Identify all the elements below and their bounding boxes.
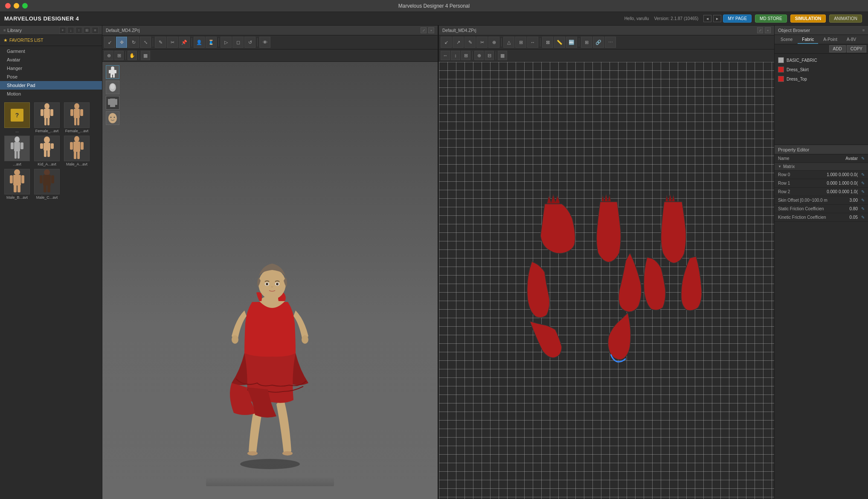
tool-2d-seam[interactable]: ⊕	[488, 37, 499, 48]
tool-select[interactable]: ↙	[104, 37, 115, 48]
property-editor: Property Editor Name Avatar ✎ ▼ Matrix R…	[775, 145, 868, 499]
library-icon-4[interactable]: ⊞	[84, 27, 90, 34]
obj-item-basic-fabric[interactable]: BASIC_FABRIC	[775, 55, 868, 65]
titlebar: Marvelous Designer 4 Personal	[0, 0, 868, 12]
tool-2d-extra-e[interactable]: ⊟	[485, 51, 494, 60]
thumb-male-b[interactable]: Male_B...avt	[3, 169, 31, 200]
viewport-3d-content[interactable]	[102, 62, 438, 499]
tool-move[interactable]: ✥	[116, 37, 127, 48]
simulation-button[interactable]: SIMULATION	[790, 15, 826, 23]
avatar-strip-head[interactable]	[106, 81, 119, 94]
tree-item-hanger[interactable]: Hanger	[0, 64, 102, 73]
tool-scale[interactable]: ⤡	[140, 37, 151, 48]
tree-item-shoulder-pad[interactable]: Shoulder Pad	[0, 81, 102, 90]
tab-scene[interactable]: Scene	[776, 36, 797, 44]
add-button[interactable]: ADD	[829, 45, 846, 52]
tool-2d-arrange[interactable]: ⊠	[542, 37, 553, 48]
library-icon-5[interactable]: ≡	[92, 27, 99, 34]
tree-item-avatar[interactable]: Avatar	[0, 55, 102, 64]
svg-rect-49	[113, 74, 115, 78]
tool-view[interactable]: 👁	[259, 37, 270, 48]
expand-2d-icon[interactable]: ⤢	[757, 27, 763, 33]
close-3d-icon[interactable]: ×	[428, 27, 434, 33]
tree-item-pose[interactable]: Pose	[0, 73, 102, 81]
minimize-button[interactable]	[14, 3, 19, 9]
edit-icon-kinetic-friction[interactable]: ✎	[861, 215, 865, 220]
library-icon-2[interactable]: ↓	[67, 27, 74, 34]
tool-2d-stitch[interactable]: ↔	[527, 37, 538, 48]
viewport-2d-content[interactable]	[439, 62, 774, 499]
close-2d-icon[interactable]: ×	[765, 27, 771, 33]
tool-reset[interactable]: ↺	[244, 37, 255, 48]
tab-fabric[interactable]: Fabric	[798, 36, 818, 44]
tool-2d-move[interactable]: ↗	[453, 37, 464, 48]
tool-2d-extra[interactable]: ⋯	[605, 37, 616, 48]
avatar-strip-torso[interactable]	[106, 96, 119, 110]
thumb-placeholder[interactable]: ? ...	[3, 102, 31, 133]
animation-button[interactable]: ANIMATION	[829, 15, 862, 23]
tool-2d-pattern[interactable]: △	[503, 37, 514, 48]
tree-item-motion[interactable]: Motion	[0, 90, 102, 98]
avatar-strip-full[interactable]	[106, 65, 119, 79]
svg-rect-43	[47, 185, 50, 192]
tab-a8v[interactable]: A-8V	[842, 36, 860, 44]
tool-2d-annotate[interactable]: 🔤	[566, 37, 577, 48]
tool-2d-mirror[interactable]: ⊞	[515, 37, 526, 48]
tool-2d-extra-b[interactable]: ↕	[451, 51, 460, 60]
thumb-male-a[interactable]: Male_A...avt	[63, 136, 90, 166]
tool-2d-extra-c[interactable]: ⊞	[461, 51, 470, 60]
tool-fabric[interactable]: 🧵	[206, 37, 217, 48]
edit-icon-row0[interactable]: ✎	[861, 172, 865, 177]
obj-item-dress-top[interactable]: Dress_Top	[775, 74, 868, 84]
expand-3d-icon[interactable]: ⤢	[421, 27, 427, 33]
edit-icon-name[interactable]: ✎	[861, 156, 865, 161]
expand-matrix-icon[interactable]: ▼	[778, 165, 781, 168]
tool-pin[interactable]: 📌	[179, 37, 190, 48]
edit-icon-static-friction[interactable]: ✎	[861, 206, 865, 211]
tool-2d-draw[interactable]: ✎	[464, 37, 476, 48]
tool-3d-extra-1[interactable]: ⊕	[104, 51, 113, 60]
thumb-avatar-plain[interactable]: ...avt	[3, 136, 31, 166]
thumb-male-c[interactable]: Male_C...avt	[33, 169, 61, 200]
svg-point-68	[276, 283, 279, 285]
tool-simulate[interactable]: ▷	[221, 37, 232, 48]
edit-icon-row2[interactable]: ✎	[861, 189, 865, 194]
thumb-kid-a[interactable]: Kid_A...avt	[33, 136, 61, 166]
my-page-button[interactable]: MY PAGE	[723, 15, 752, 23]
prev-button[interactable]: ◂	[703, 15, 711, 22]
obj-item-dress-skirt[interactable]: Dress_Skirt	[775, 65, 868, 74]
tool-2d-snap[interactable]: 🔗	[593, 37, 604, 48]
panel-collapse-icon[interactable]: ≡	[3, 28, 6, 32]
edit-icon-skin-offset[interactable]: ✎	[861, 198, 865, 203]
copy-button[interactable]: COPY	[847, 45, 866, 52]
tool-avatar[interactable]: 👤	[194, 37, 205, 48]
tool-2d-extra-a[interactable]: ↔	[441, 51, 450, 60]
md-store-button[interactable]: MD STORE	[755, 15, 787, 23]
thumb-female-1[interactable]: Female_...avt	[33, 102, 61, 133]
avatar-strip-face[interactable]	[106, 111, 119, 125]
tool-rotate[interactable]: ↻	[128, 37, 139, 48]
close-button[interactable]	[5, 3, 11, 9]
tool-2d-measure[interactable]: 📏	[554, 37, 565, 48]
svg-rect-30	[74, 151, 76, 159]
tool-2d-select[interactable]: ↙	[441, 37, 452, 48]
tool-3d-display[interactable]: ▦	[141, 51, 150, 60]
tool-cut[interactable]: ✂	[167, 37, 178, 48]
library-icon-3[interactable]: ↑	[75, 27, 82, 34]
tool-2d-cut[interactable]: ✂	[476, 37, 488, 48]
library-icon-1[interactable]: +	[59, 27, 66, 34]
tool-2d-grid[interactable]: ⊞	[581, 37, 592, 48]
tool-2d-extra-f[interactable]: ▦	[498, 51, 507, 60]
next-button[interactable]: ▸	[713, 15, 721, 22]
tool-3d-extra-2[interactable]: ⊞	[114, 51, 124, 60]
edit-icon-row1[interactable]: ✎	[861, 181, 865, 186]
maximize-button[interactable]	[22, 3, 28, 9]
tree-item-garment[interactable]: Garment	[0, 47, 102, 55]
tool-draw[interactable]: ✎	[155, 37, 166, 48]
svg-rect-37	[17, 185, 20, 192]
tool-2d-extra-d[interactable]: ⊕	[474, 51, 484, 60]
tool-3d-sew[interactable]: ✋	[128, 51, 137, 60]
tab-apoint[interactable]: A-Point	[819, 36, 842, 44]
thumb-female-2[interactable]: Female_...avt	[63, 102, 90, 133]
tool-stop[interactable]: ◻	[232, 37, 244, 48]
